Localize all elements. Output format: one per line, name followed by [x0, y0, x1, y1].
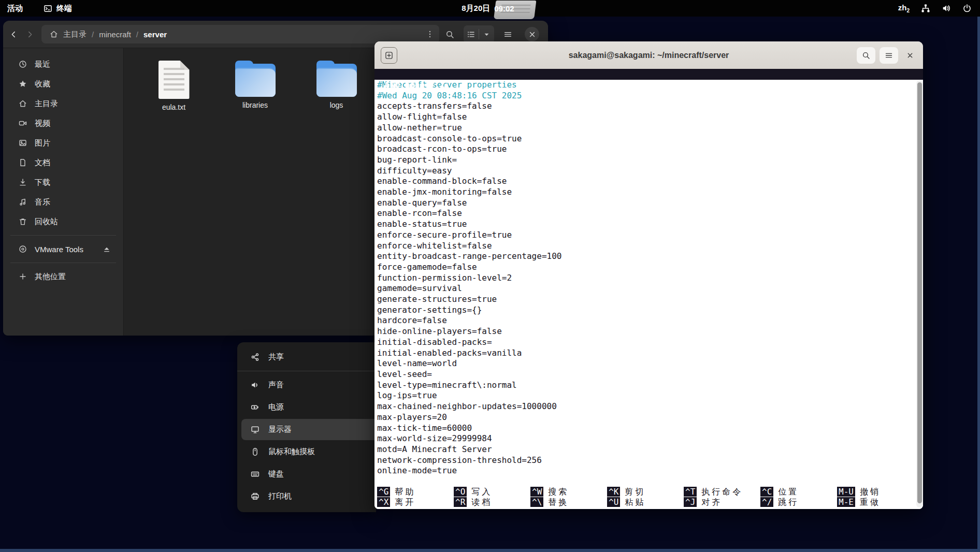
sidebar-item-label: 文档: [35, 158, 50, 168]
settings-item-label: 声音: [268, 380, 284, 390]
shortcut-column: ^C位置^/跳行: [760, 487, 837, 508]
settings-item-printers[interactable]: 打印机: [241, 486, 376, 507]
nano-shortcut: ^C位置: [760, 487, 837, 498]
text-file-icon: [158, 61, 190, 99]
nano-line: generator-settings={}: [377, 305, 923, 316]
nano-shortcut: ^O写入: [454, 487, 530, 498]
breadcrumb[interactable]: 主目录 / minecraft / server: [41, 25, 439, 43]
scrollbar-thumb[interactable]: [917, 82, 922, 503]
breadcrumb-home[interactable]: 主目录: [63, 30, 87, 39]
breadcrumb-minecraft[interactable]: minecraft: [99, 30, 131, 39]
star-icon: [19, 80, 27, 88]
settings-item-display[interactable]: 显示器: [241, 419, 376, 440]
clock-button[interactable]: 8月20日 09:02: [462, 0, 514, 17]
chevron-down-icon[interactable]: [482, 30, 491, 39]
sidebar-item-trash[interactable]: 回收站: [6, 212, 120, 231]
divider: [10, 263, 116, 263]
activities-button[interactable]: 活动: [0, 0, 30, 17]
new-tab-icon: [385, 51, 393, 60]
sidebar-item-vmware-tools[interactable]: VMware Tools: [6, 239, 120, 259]
shortcut-label: 搜索: [548, 487, 569, 497]
settings-item-sharing[interactable]: 共享: [241, 346, 376, 368]
path-menu-button[interactable]: [426, 30, 434, 38]
terminal-header-bar: sakagami@sakagami: ~/minecraft/server: [374, 41, 923, 69]
nano-line: online-mode=true: [377, 466, 923, 476]
shortcut-label: 写入: [471, 487, 492, 497]
nano-shortcut: ^U粘贴: [607, 497, 684, 508]
nano-shortcut: M-E重做: [837, 497, 914, 508]
sidebar-item-documents[interactable]: 文档: [6, 153, 120, 172]
terminal-app-icon: [44, 4, 52, 13]
nano-line: entity-broadcast-range-percentage=100: [377, 251, 923, 262]
file-name-label: logs: [330, 101, 343, 109]
back-button[interactable]: [9, 30, 18, 39]
settings-item-label: 显示器: [268, 425, 292, 434]
settings-item-keyboard[interactable]: 键盘: [241, 463, 376, 485]
image-icon: [19, 139, 27, 147]
power-icon[interactable]: [962, 4, 972, 13]
eject-button[interactable]: [103, 245, 115, 253]
forward-button[interactable]: [25, 30, 34, 39]
sidebar-item-starred[interactable]: 收藏: [6, 74, 120, 94]
nano-line: motd=A Minecraft Server: [377, 444, 923, 455]
sidebar-item-music[interactable]: 音乐: [6, 192, 120, 212]
sidebar-item-label: 图片: [35, 138, 50, 148]
sidebar-item-downloads[interactable]: 下载: [6, 172, 120, 192]
settings-item-power[interactable]: 电源: [241, 397, 376, 418]
hamburger-menu-button[interactable]: [503, 30, 512, 39]
network-wired-icon[interactable]: [921, 4, 930, 13]
settings-item-sound[interactable]: 声音: [241, 374, 376, 396]
sidebar-item-label: 下载: [35, 178, 50, 187]
sidebar-item-label: 最近: [35, 60, 50, 69]
desktop: 活动 终端 8月20日 09:02 zh2 主目录 /: [0, 0, 980, 552]
nano-line: max-chained-neighbor-updates=1000000: [377, 401, 923, 412]
file-item-eula-txt[interactable]: eula.txt: [133, 56, 214, 127]
shortcut-column: ^K剪切^U粘贴: [607, 487, 684, 508]
file-name-label: libraries: [242, 101, 268, 109]
terminal-scrollbar[interactable]: [916, 80, 923, 507]
focused-app-indicator[interactable]: 终端: [44, 4, 72, 13]
volume-icon[interactable]: [942, 4, 951, 13]
settings-item-mouse-touchpad[interactable]: 鼠标和触摸板: [241, 441, 376, 462]
nano-line: hardcore=false: [377, 315, 923, 326]
sidebar-item-label: 回收站: [35, 217, 58, 227]
settings-item-label: 共享: [268, 352, 284, 362]
shortcut-column: ^G帮助^X离开: [377, 487, 454, 508]
new-tab-button[interactable]: [381, 47, 397, 64]
file-item-logs[interactable]: logs: [296, 56, 377, 127]
shortcut-key: ^C: [760, 487, 773, 497]
nano-line: generate-structures=true: [377, 294, 923, 305]
sidebar-item-pictures[interactable]: 图片: [6, 133, 120, 153]
breadcrumb-server[interactable]: server: [143, 30, 167, 39]
nano-line: enable-jmx-monitoring=false: [377, 187, 923, 198]
sidebar-item-home[interactable]: 主目录: [6, 94, 120, 113]
nano-line: max-players=20: [377, 412, 923, 423]
shortcut-column: ^O写入^R读档: [454, 487, 530, 508]
shortcut-label: 对齐: [701, 497, 722, 507]
terminal-close-button[interactable]: [902, 47, 918, 64]
nano-line: level-seed=: [377, 369, 923, 380]
sidebar-item-videos[interactable]: 视频: [6, 113, 120, 133]
shortcut-label: 执行命令: [701, 487, 743, 497]
settings-sidebar-list: 共享声音电源显示器鼠标和触摸板键盘打印机: [237, 346, 376, 507]
terminal-content[interactable]: GNU nano 7.2 server.properties #Minecraf…: [374, 69, 923, 509]
terminal-window: sakagami@sakagami: ~/minecraft/server GN…: [374, 41, 923, 509]
shortcut-key: ^J: [684, 497, 697, 507]
nano-shortcut: ^K剪切: [607, 487, 684, 498]
shortcut-column: ^T执行命令^J对齐: [684, 487, 760, 508]
settings-item-label: 打印机: [268, 491, 292, 501]
nano-shortcut-bar: ^G帮助^X离开^O写入^R读档^W搜索^\替换^K剪切^U粘贴^T执行命令^J…: [377, 487, 914, 508]
nano-shortcut: ^J对齐: [684, 497, 760, 508]
terminal-menu-button[interactable]: [880, 47, 898, 64]
files-toolbar: [445, 25, 539, 43]
terminal-search-button[interactable]: [857, 47, 875, 64]
music-icon: [19, 198, 27, 206]
sidebar-item-other-locations[interactable]: 其他位置: [6, 267, 120, 286]
file-item-libraries[interactable]: libraries: [214, 56, 296, 127]
share-icon: [251, 353, 260, 361]
search-button[interactable]: [445, 30, 454, 39]
files-close-button[interactable]: [525, 27, 539, 41]
input-method-indicator[interactable]: zh2: [898, 3, 910, 13]
view-toggle-button[interactable]: [464, 25, 494, 43]
sidebar-item-recent[interactable]: 最近: [6, 54, 120, 74]
